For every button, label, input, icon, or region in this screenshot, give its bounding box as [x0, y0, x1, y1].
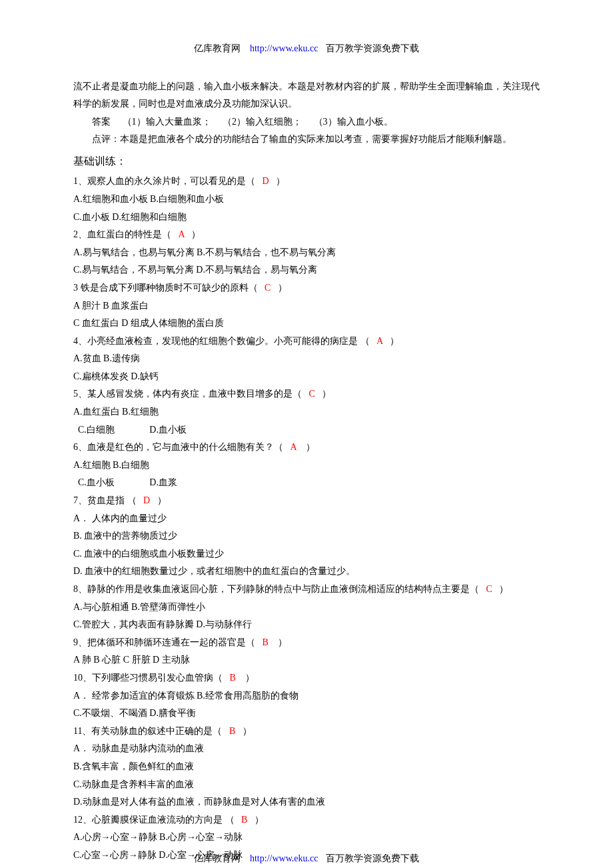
q7-close: ）: [157, 495, 167, 505]
q4-options-row2: C.扁桃体发炎 D.缺钙: [73, 368, 540, 386]
q5-answer: C: [309, 389, 315, 399]
q4-close: ）: [390, 336, 399, 346]
q2-options-row2: C.易与氧结合，不易与氧分离 D.不易与氧结合，易与氧分离: [73, 261, 540, 279]
q11-stem: 11、有关动脉血的叙述中正确的是（: [73, 726, 222, 736]
footer-brand: 亿库教育网: [194, 853, 241, 863]
q7-option-a: A． 人体内的血量过少: [73, 510, 540, 528]
comment-line: 点评：本题是把血液各个成分的功能结合了输血的实际来加以考查，需要掌握好功能后才能…: [73, 131, 540, 149]
question-5: 5、某人感冒发烧，体内有炎症，血液中数目增多的是（ C ）: [73, 385, 540, 403]
question-10: 10、下列哪些习惯易引发心血管病（ B ）: [73, 669, 540, 687]
q12-answer: B: [241, 815, 247, 825]
q5-stem: 5、某人感冒发烧，体内有炎症，血液中数目增多的是（: [73, 389, 302, 399]
section-title: 基础训练：: [73, 151, 540, 171]
q10-stem: 10、下列哪些习惯易引发心血管病（: [73, 673, 223, 683]
q4-answer: A: [376, 336, 382, 346]
q1-options-row1: A.红细胞和血小板 B.白细胞和血小板: [73, 191, 540, 209]
q6-stem: 6、血液是红色的，它与血液中的什么细胞有关？（: [73, 442, 283, 452]
question-9: 9、把体循环和肺循环连通在一起的器官是（ B ）: [73, 634, 540, 652]
q3-close: ）: [278, 283, 287, 293]
answer-3: （3）输入血小板。: [314, 117, 393, 127]
q9-options-row1: A 肺 B 心脏 C 肝脏 D 主动脉: [73, 651, 540, 669]
q7-answer: D: [143, 495, 150, 505]
q9-stem: 9、把体循环和肺循环连通在一起的器官是（: [73, 637, 255, 647]
answer-label: 答案: [92, 117, 111, 127]
document-body: 流不止者是凝血功能上的问题，输入血小板来解决。本题是对教材内容的扩展，帮助学生全…: [73, 78, 540, 865]
question-1: 1、观察人血的永久涂片时，可以看见的是（ D ）: [73, 173, 540, 191]
q3-options-row2: C 血红蛋白 D 组成人体细胞的蛋白质: [73, 315, 540, 333]
q5-options-row1: A.血红蛋白 B.红细胞: [73, 403, 540, 421]
q7-stem: 7、贫血是指 （: [73, 495, 137, 505]
q9-answer: B: [263, 637, 269, 647]
q11-option-d: D.动脉血是对人体有益的血液，而静脉血是对人体有害的血液: [73, 793, 540, 811]
q9-close: ）: [278, 637, 287, 647]
q11-option-b: B.含氧丰富，颜色鲜红的血液: [73, 758, 540, 776]
q7-option-b: B. 血液中的营养物质过少: [73, 527, 540, 545]
q10-answer: B: [230, 673, 236, 683]
q12-options-row1: A.心房→心室→静脉 B.心房→心室→动脉: [73, 829, 540, 847]
question-3: 3 铁是合成下列哪种物质时不可缺少的原料（ C ）: [73, 279, 540, 297]
answer-line: 答案 （1）输入大量血浆； （2）输入红细胞； （3）输入血小板。: [73, 113, 540, 131]
question-8: 8、静脉的作用是收集血液返回心脏，下列静脉的特点中与防止血液倒流相适应的结构特点…: [73, 581, 540, 599]
q2-answer: A: [179, 229, 185, 239]
q10-close: ）: [245, 673, 255, 683]
q3-stem: 3 铁是合成下列哪种物质时不可缺少的原料（: [73, 283, 258, 293]
q7-option-c: C. 血液中的白细胞或血小板数量过少: [73, 545, 540, 563]
q10-options-row1: A． 经常参加适宜的体育锻炼 B.经常食用高脂肪的食物: [73, 687, 540, 705]
q4-stem: 4、小亮经血液检查，发现他的红细胞个数偏少。小亮可能得的病症是 （: [73, 336, 370, 346]
q12-stem: 12、心脏瓣膜保证血液流动的方向是 （: [73, 815, 235, 825]
q8-close: ）: [499, 584, 508, 594]
q8-answer: C: [486, 584, 492, 594]
q11-close: ）: [243, 726, 252, 736]
q5-close: ）: [322, 389, 331, 399]
site-url: http://www.eku.cc: [250, 43, 318, 53]
footer-url: http://www.eku.cc: [250, 853, 318, 863]
q11-option-a: A． 动脉血是动脉内流动的血液: [73, 740, 540, 758]
q4-options-row1: A.贫血 B.遗传病: [73, 350, 540, 368]
brand-text: 亿库教育网: [194, 43, 241, 53]
q6-close: ）: [306, 442, 315, 452]
q2-stem: 2、血红蛋白的特性是（: [73, 229, 171, 239]
q8-options-row2: C.管腔大，其内表面有静脉瓣 D.与动脉伴行: [73, 616, 540, 634]
page-header: 亿库教育网 http://www.eku.cc 百万教学资源免费下载: [73, 40, 540, 58]
q1-close: ）: [276, 176, 285, 186]
q6-options-row2: C.血小板 D.血浆: [73, 474, 540, 492]
q12-close: ）: [255, 815, 264, 825]
footer-slogan: 百万教学资源免费下载: [326, 853, 419, 863]
q7-option-d: D. 血液中的红细胞数量过少，或者红细胞中的血红蛋白的含量过少。: [73, 563, 540, 581]
q10-options-row2: C.不吸烟、不喝酒 D.膳食平衡: [73, 705, 540, 723]
q3-options-row1: A 胆汁 B 血浆蛋白: [73, 297, 540, 315]
q11-option-c: C.动脉血是含养料丰富的血液: [73, 776, 540, 794]
question-7: 7、贫血是指 （ D ）: [73, 492, 540, 510]
question-4: 4、小亮经血液检查，发现他的红细胞个数偏少。小亮可能得的病症是 （ A ）: [73, 333, 540, 351]
q11-answer: B: [229, 726, 235, 736]
answer-2: （2）输入红细胞；: [223, 117, 302, 127]
q8-stem: 8、静脉的作用是收集血液返回心脏，下列静脉的特点中与防止血液倒流相适应的结构特点…: [73, 584, 479, 594]
q1-stem: 1、观察人血的永久涂片时，可以看见的是（: [73, 176, 255, 186]
slogan-text: 百万教学资源免费下载: [326, 43, 419, 53]
question-11: 11、有关动脉血的叙述中正确的是（ B ）: [73, 723, 540, 741]
intro-paragraph-1: 流不止者是凝血功能上的问题，输入血小板来解决。本题是对教材内容的扩展，帮助学生全…: [73, 78, 540, 113]
q1-answer: D: [263, 176, 269, 186]
q2-close: ）: [191, 229, 201, 239]
page-footer: 亿库教育网 http://www.eku.cc 百万教学资源免费下载: [0, 850, 613, 868]
question-6: 6、血液是红色的，它与血液中的什么细胞有关？（ A ）: [73, 439, 540, 457]
question-12: 12、心脏瓣膜保证血液流动的方向是 （ B ）: [73, 811, 540, 829]
q6-options-row1: A.红细胞 B.白细胞: [73, 457, 540, 475]
question-2: 2、血红蛋白的特性是（ A ）: [73, 226, 540, 244]
q1-options-row2: C.血小板 D.红细胞和白细胞: [73, 209, 540, 227]
q6-answer: A: [291, 442, 297, 452]
answer-1: （1）输入大量血浆；: [123, 117, 211, 127]
q8-options-row1: A.与心脏相通 B.管壁薄而弹性小: [73, 599, 540, 617]
q5-options-row2: C.白细胞 D.血小板: [73, 421, 540, 439]
q2-options-row1: A.易与氧结合，也易与氧分离 B.不易与氧结合，也不易与氧分离: [73, 244, 540, 262]
q3-answer: C: [265, 283, 271, 293]
